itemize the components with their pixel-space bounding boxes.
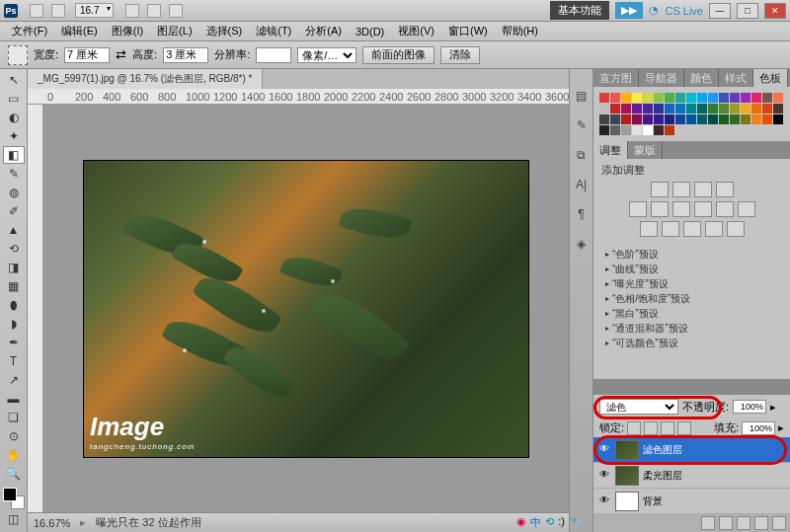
- swatch[interactable]: [599, 93, 609, 103]
- curves-icon[interactable]: [694, 182, 712, 197]
- heal-tool[interactable]: ◍: [3, 184, 25, 201]
- width-input[interactable]: [64, 47, 110, 63]
- tab-color[interactable]: 颜色: [684, 69, 719, 87]
- swatch[interactable]: [621, 104, 631, 114]
- swatch[interactable]: [708, 114, 718, 124]
- balance-icon[interactable]: [672, 201, 690, 217]
- tab-histogram[interactable]: 直方图: [593, 69, 639, 87]
- histogram-icon[interactable]: ▤: [574, 89, 590, 105]
- vibrance-icon[interactable]: [629, 201, 647, 217]
- invert-icon[interactable]: [640, 221, 658, 237]
- lock-all-icon[interactable]: [677, 421, 691, 435]
- status-zoom[interactable]: 16.67%: [34, 517, 70, 529]
- swatch[interactable]: [751, 104, 761, 114]
- menu-select[interactable]: 选择(S): [200, 22, 249, 40]
- swatch[interactable]: [643, 125, 653, 135]
- menu-file[interactable]: 文件(F): [6, 22, 53, 40]
- mask-icon[interactable]: [719, 516, 733, 530]
- selective-icon[interactable]: [727, 221, 745, 237]
- swatch[interactable]: [654, 104, 664, 114]
- lasso-tool[interactable]: ◐: [3, 109, 25, 126]
- move-tool[interactable]: ↖: [3, 71, 25, 89]
- swatch[interactable]: [632, 114, 642, 124]
- menu-layer[interactable]: 图层(L): [151, 22, 198, 40]
- height-input[interactable]: [163, 47, 208, 63]
- swatch[interactable]: [730, 114, 740, 124]
- swap-icon[interactable]: ⇄: [116, 47, 126, 62]
- brush-tool[interactable]: ✐: [3, 202, 25, 220]
- swatch[interactable]: [599, 114, 609, 124]
- hand-icon[interactable]: [125, 4, 139, 18]
- preset-item[interactable]: “曝光度”预设: [601, 276, 782, 291]
- visibility-icon[interactable]: 👁: [597, 494, 611, 508]
- swatch[interactable]: [697, 104, 707, 114]
- dodge-tool[interactable]: ◗: [3, 315, 25, 333]
- swatch[interactable]: [632, 93, 642, 103]
- nav-panel-icon[interactable]: ◈: [574, 237, 590, 253]
- swatch[interactable]: [610, 93, 620, 103]
- swatch[interactable]: [708, 104, 718, 114]
- swatch[interactable]: [643, 104, 653, 114]
- hand-tool[interactable]: ✋: [3, 446, 25, 464]
- history-brush-tool[interactable]: ⟲: [3, 240, 25, 258]
- workspace-button[interactable]: 基本功能: [550, 1, 609, 20]
- maximize-button[interactable]: □: [737, 3, 758, 19]
- tab-adjustments[interactable]: 调整: [593, 141, 628, 159]
- brightness-icon[interactable]: [651, 182, 669, 197]
- swatch[interactable]: [621, 114, 631, 124]
- swatch[interactable]: [643, 114, 653, 124]
- zoom-select[interactable]: 16.7: [75, 3, 114, 18]
- threshold-icon[interactable]: [683, 221, 701, 237]
- blend-mode-select[interactable]: 滤色: [599, 399, 678, 415]
- preset-item[interactable]: “色相/饱和度”预设: [601, 291, 782, 306]
- clone-panel-icon[interactable]: ⧉: [574, 148, 590, 164]
- char-panel-icon[interactable]: A|: [574, 178, 590, 193]
- shape-tool[interactable]: ▬: [3, 390, 25, 408]
- tab-styles[interactable]: 样式: [719, 69, 753, 87]
- swatches-panel[interactable]: [593, 87, 790, 141]
- swatch[interactable]: [665, 104, 674, 114]
- workspace-switch[interactable]: ▶▶: [615, 2, 643, 19]
- pen-tool[interactable]: ✒: [3, 334, 25, 351]
- swatch[interactable]: [610, 104, 620, 114]
- preset-item[interactable]: “曲线”预设: [601, 262, 782, 276]
- swatch[interactable]: [741, 93, 750, 103]
- swatch[interactable]: [632, 125, 642, 135]
- para-panel-icon[interactable]: ¶: [574, 207, 590, 223]
- 3d-tool[interactable]: ❏: [3, 409, 25, 426]
- document-tab[interactable]: _MG_5997(1).jpg @ 16.7% (滤色图层, RGB/8*) *: [28, 69, 263, 89]
- trash-icon[interactable]: [772, 516, 786, 530]
- menu-image[interactable]: 图像(I): [106, 22, 149, 40]
- swatch[interactable]: [621, 93, 631, 103]
- layer-row[interactable]: 👁背景: [593, 489, 790, 514]
- zoom-tool[interactable]: 🔍: [3, 465, 25, 483]
- swatch[interactable]: [654, 125, 664, 135]
- swatch[interactable]: [665, 93, 674, 103]
- wand-tool[interactable]: ✦: [3, 127, 25, 145]
- minibridge-icon[interactable]: [51, 4, 65, 18]
- preset-item[interactable]: “通道混和器”预设: [601, 321, 782, 336]
- type-tool[interactable]: T: [3, 352, 25, 370]
- swatch[interactable]: [741, 104, 750, 114]
- swatch[interactable]: [773, 104, 783, 114]
- swatch[interactable]: [675, 104, 685, 114]
- visibility-icon[interactable]: 👁: [597, 469, 611, 483]
- quickmask-icon[interactable]: ◫: [3, 510, 25, 528]
- eyedropper-tool[interactable]: ✎: [3, 165, 25, 183]
- swatch[interactable]: [697, 93, 707, 103]
- menu-analysis[interactable]: 分析(A): [299, 22, 348, 40]
- layers-tabs[interactable]: [593, 379, 790, 395]
- swatch[interactable]: [654, 114, 664, 124]
- resolution-unit[interactable]: 像素/…: [297, 47, 356, 63]
- gradient-map-icon[interactable]: [705, 221, 723, 237]
- swatch[interactable]: [599, 104, 609, 114]
- swatch[interactable]: [751, 114, 761, 124]
- swatch[interactable]: [773, 93, 783, 103]
- swatch[interactable]: [697, 114, 707, 124]
- bridge-icon[interactable]: [30, 4, 43, 18]
- canvas[interactable]: Image tangcheng.tuchong.com: [43, 105, 569, 512]
- swatch[interactable]: [643, 93, 653, 103]
- clear-button[interactable]: 清除: [440, 46, 480, 64]
- visibility-icon[interactable]: 👁: [597, 443, 611, 457]
- resolution-input[interactable]: [256, 47, 291, 63]
